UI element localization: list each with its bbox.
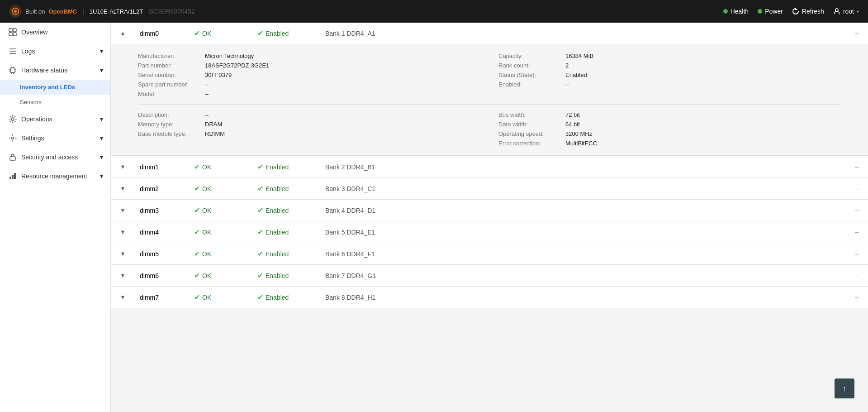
enabled-val-value: -- [565,81,569,88]
list-icon [9,47,17,55]
capacity-value: 16384 MiB [565,53,593,59]
status-check-icon: ✔ [194,184,200,193]
dimm-row-header-dimm2[interactable]: ▼dimm2✔ OK✔ EnabledBank 3 DDR4_C1-- [111,178,868,199]
dimm-location: Bank 2 DDR4_B1 [325,163,814,171]
settings-icon [9,115,17,123]
dimm-row-header-dimm7[interactable]: ▼dimm7✔ OK✔ EnabledBank 8 DDR4_H1-- [111,287,868,308]
rank-count-value: 2 [565,62,569,69]
dimm-name: dimm5 [140,250,185,258]
logo: Built on OpenBMC [9,5,77,18]
operating-speed-label: Operating speed: [498,130,562,137]
dimm-status: ✔ OK [194,29,248,38]
dimm-expand-icon: ▼ [120,207,131,214]
svg-rect-5 [13,29,16,32]
detail-right: Capacity: 16384 MiB Rank count: 2 Status… [498,51,841,99]
dimm-location: Bank 4 DDR4_D1 [325,207,814,214]
sidebar-item-operations[interactable]: Operations ▾ [0,110,110,129]
base-module-label: Base module type: [138,130,201,137]
dimm-location: Bank 6 DDR4_F1 [325,250,814,258]
dimm-expand-icon: ▼ [120,250,131,257]
dimm-row-header-dimm6[interactable]: ▼dimm6✔ OK✔ EnabledBank 7 DDR4_G1-- [111,265,868,286]
detail-data-width: Data width: 64 bit [498,120,841,129]
refresh-icon [792,8,799,15]
dimm-table: ▲dimm0✔ OK✔ EnabledBank 1 DDR4_A1-- Manu… [111,23,868,308]
dimm-enabled: ✔ Enabled [257,184,316,193]
status-check-icon: ✔ [194,29,200,38]
sidebar-item-inventory-leds[interactable]: Inventory and LEDs [0,80,110,95]
detail-spare-part: Spare part number: -- [138,80,480,89]
status-check-icon: ✔ [194,271,200,280]
health-button[interactable]: Health [723,8,749,15]
dimm-row-header-dimm4[interactable]: ▼dimm4✔ OK✔ EnabledBank 5 DDR4_E1-- [111,221,868,243]
user-menu-button[interactable]: root ▾ [833,8,859,15]
sidebar-item-logs[interactable]: Logs ▾ [0,42,110,61]
power-button[interactable]: Power [758,8,783,15]
dimm-location: Bank 8 DDR4_H1 [325,294,814,301]
detail-manufacturer: Manufacturer: Micron Technology [138,51,480,61]
power-status-dot [758,9,762,14]
sidebar-item-security-access[interactable]: Security and access ▾ [0,148,110,167]
enabled-check-icon: ✔ [257,163,263,171]
dimm-location: Bank 3 DDR4_C1 [325,185,814,192]
detail-model: Model: -- [138,89,480,99]
settings-chevron-icon: ▾ [100,134,103,142]
rank-count-label: Rank count: [498,62,562,69]
enabled-check-icon: ✔ [257,206,263,215]
dimm-row-header-dimm5[interactable]: ▼dimm5✔ OK✔ EnabledBank 6 DDR4_F1-- [111,243,868,264]
dimm-enabled: ✔ Enabled [257,228,316,236]
dimm-location: Bank 7 DDR4_G1 [325,272,814,279]
svg-rect-22 [10,157,15,160]
scroll-to-top-button[interactable]: ↑ [835,378,854,398]
detail-base-module: Base module type: RDIMM [138,129,480,139]
dimm-location: Bank 5 DDR4_E1 [325,229,814,236]
gear-icon [9,134,17,142]
main-content: ▲dimm0✔ OK✔ EnabledBank 1 DDR4_A1-- Manu… [111,23,868,412]
dimm-enabled: ✔ Enabled [257,206,316,215]
status-check-icon: ✔ [194,228,200,236]
dimm-status: ✔ OK [194,206,248,215]
base-module-value: RDIMM [205,130,225,137]
part-number-value: 18ASF2G72PDZ-3G2E1 [205,62,269,69]
detail-rank-count: Rank count: 2 [498,61,841,70]
dimm-location: Bank 1 DDR4_A1 [325,30,814,37]
dimm-extra: -- [823,229,859,236]
detail-capacity: Capacity: 16384 MiB [498,51,841,61]
dimm-extra: -- [823,294,859,301]
table-row: ▲dimm0✔ OK✔ EnabledBank 1 DDR4_A1-- Manu… [111,23,868,156]
status-check-icon: ✔ [194,163,200,171]
sidebar-item-settings[interactable]: Settings ▾ [0,129,110,148]
logs-chevron-icon: ▾ [100,48,103,55]
detail-divider [138,104,841,105]
sidebar-item-hardware-status[interactable]: Hardware status ▾ [0,61,110,80]
bus-width-value: 72 bit [565,111,580,118]
dimm-row-header-dimm3[interactable]: ▼dimm3✔ OK✔ EnabledBank 4 DDR4_D1-- [111,200,868,221]
sidebar-settings-label: Settings [21,134,44,142]
refresh-button[interactable]: Refresh [792,8,824,15]
manufacturer-value: Micron Technology [205,53,254,59]
svg-rect-6 [9,33,12,36]
sidebar-item-resource-management[interactable]: Resource management ▾ [0,167,110,186]
detail-serial-number: Serial number: 30FF0379 [138,70,480,80]
dimm-status: ✔ OK [194,249,248,258]
svg-rect-24 [12,175,14,179]
detail-enabled-val: Enabled: -- [498,80,841,89]
manufacturer-label: Manufacturer: [138,53,201,59]
enabled-check-icon: ✔ [257,293,263,302]
sidebar-resource-label: Resource management [21,172,87,180]
dimm-name: dimm4 [140,229,185,236]
data-width-label: Data width: [498,121,562,128]
serial-number-label: Serial number: [138,72,201,78]
chip-icon [9,66,17,74]
enabled-check-icon: ✔ [257,29,263,38]
enabled-val-label: Enabled: [498,81,562,88]
dimm-row-header-dimm0[interactable]: ▲dimm0✔ OK✔ EnabledBank 1 DDR4_A1-- [111,23,868,44]
sidebar-item-overview[interactable]: Overview [0,23,110,42]
bus-width-label: Bus width: [498,111,562,118]
sidebar-security-label: Security and access [21,153,78,161]
dimm-row-header-dimm1[interactable]: ▼dimm1✔ OK✔ EnabledBank 2 DDR4_B1-- [111,156,868,177]
app-body: Overview Logs ▾ Hardware [0,23,868,412]
dimm-status: ✔ OK [194,184,248,193]
sidebar-item-sensors[interactable]: Sensors [0,95,110,110]
app-header: Built on OpenBMC | 1U10E-ALTRA/1L2T GCS0… [0,0,868,23]
dimm-enabled: ✔ Enabled [257,271,316,280]
